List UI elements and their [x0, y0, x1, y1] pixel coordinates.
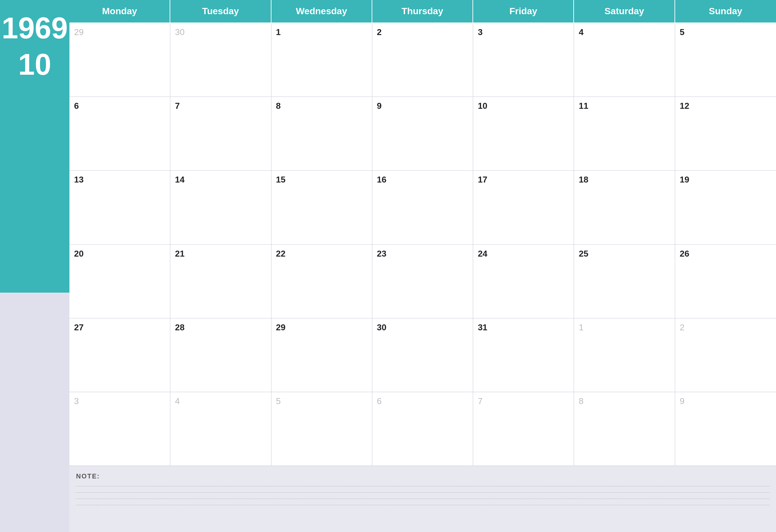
day-cell[interactable]: 27 [69, 318, 170, 392]
day-cell[interactable]: 3 [473, 23, 574, 97]
day-number: 1 [579, 322, 670, 333]
days-grid: 2930123456789101112131415161718192021222… [69, 23, 776, 466]
day-cell[interactable]: 6 [69, 97, 170, 171]
header-day-sunday: Sunday [675, 0, 776, 23]
day-cell[interactable]: 31 [473, 318, 574, 392]
day-cell[interactable]: 6 [372, 392, 473, 466]
header-day-friday: Friday [473, 0, 574, 23]
day-number: 14 [175, 175, 266, 185]
calendar-grid: MondayTuesdayWednesdayThursdayFridaySatu… [69, 0, 776, 466]
day-number: 7 [478, 396, 569, 406]
day-cell[interactable]: 12 [675, 97, 776, 171]
day-number: 8 [276, 101, 367, 111]
day-cell[interactable]: 17 [473, 171, 574, 244]
day-number: 13 [74, 175, 165, 185]
day-number: 30 [175, 27, 266, 37]
day-cell[interactable]: 21 [170, 245, 271, 318]
day-cell[interactable]: 10 [473, 97, 574, 171]
day-cell[interactable]: 15 [271, 171, 372, 244]
note-line-1 [76, 486, 769, 486]
day-number: 24 [478, 249, 569, 259]
note-label: NOTE: [76, 473, 769, 480]
day-cell[interactable]: 11 [574, 97, 675, 171]
day-number: 9 [680, 396, 771, 406]
day-cell[interactable]: 18 [574, 171, 675, 244]
day-cell[interactable]: 30 [170, 23, 271, 97]
day-number: 7 [175, 101, 266, 111]
day-cell[interactable]: 1 [574, 318, 675, 392]
day-cell[interactable]: 29 [69, 23, 170, 97]
day-number: 15 [276, 175, 367, 185]
day-cell[interactable]: 14 [170, 171, 271, 244]
day-number: 31 [478, 322, 569, 333]
day-cell[interactable]: 30 [372, 318, 473, 392]
day-cell[interactable]: 26 [675, 245, 776, 318]
day-number: 12 [680, 101, 771, 111]
calendar-header: MondayTuesdayWednesdayThursdayFridaySatu… [69, 0, 776, 23]
day-number: 29 [74, 27, 165, 37]
day-cell[interactable]: 24 [473, 245, 574, 318]
day-cell[interactable]: 13 [69, 171, 170, 244]
day-number: 4 [175, 396, 266, 406]
day-number: 19 [680, 175, 771, 185]
notes-section: NOTE: [69, 466, 776, 532]
day-cell[interactable]: 23 [372, 245, 473, 318]
day-number: 16 [377, 175, 468, 185]
day-number: 21 [175, 249, 266, 259]
day-cell[interactable]: 9 [675, 392, 776, 466]
day-cell[interactable]: 3 [69, 392, 170, 466]
day-number: 22 [276, 249, 367, 259]
day-cell[interactable]: 1 [271, 23, 372, 97]
day-cell[interactable]: 22 [271, 245, 372, 318]
day-cell[interactable]: 20 [69, 245, 170, 318]
header-day-monday: Monday [69, 0, 170, 23]
day-number: 23 [377, 249, 468, 259]
day-cell[interactable]: 8 [574, 392, 675, 466]
header-day-thursday: Thursday [372, 0, 473, 23]
header-day-saturday: Saturday [574, 0, 675, 23]
day-cell[interactable]: 28 [170, 318, 271, 392]
day-number: 1 [276, 27, 367, 37]
month-num-label: 10 [18, 50, 51, 79]
month-name-label: October [0, 96, 69, 116]
day-cell[interactable]: 5 [675, 23, 776, 97]
day-number: 5 [680, 27, 771, 37]
day-number: 9 [377, 101, 468, 111]
day-number: 11 [579, 101, 670, 111]
day-cell[interactable]: 29 [271, 318, 372, 392]
day-number: 3 [74, 396, 165, 406]
day-cell[interactable]: 8 [271, 97, 372, 171]
calendar-container: 1969 10 October MondayTuesdayWednesdayTh… [0, 0, 776, 532]
day-cell[interactable]: 7 [473, 392, 574, 466]
note-line-4 [76, 505, 769, 505]
day-number: 26 [680, 249, 771, 259]
day-cell[interactable]: 25 [574, 245, 675, 318]
day-cell[interactable]: 19 [675, 171, 776, 244]
day-number: 27 [74, 322, 165, 333]
day-number: 6 [74, 101, 165, 111]
day-cell[interactable]: 2 [372, 23, 473, 97]
day-number: 4 [579, 27, 670, 37]
day-number: 8 [579, 396, 670, 406]
day-cell[interactable]: 9 [372, 97, 473, 171]
day-number: 28 [175, 322, 266, 333]
sidebar: 1969 10 October [0, 0, 69, 532]
day-number: 10 [478, 101, 569, 111]
day-number: 2 [377, 27, 468, 37]
day-cell[interactable]: 5 [271, 392, 372, 466]
main-content: MondayTuesdayWednesdayThursdayFridaySatu… [69, 0, 776, 532]
day-cell[interactable]: 4 [170, 392, 271, 466]
day-number: 29 [276, 322, 367, 333]
header-day-tuesday: Tuesday [170, 0, 271, 23]
day-number: 25 [579, 249, 670, 259]
day-number: 30 [377, 322, 468, 333]
day-cell[interactable]: 7 [170, 97, 271, 171]
day-number: 20 [74, 249, 165, 259]
day-number: 6 [377, 396, 468, 406]
day-cell[interactable]: 16 [372, 171, 473, 244]
day-cell[interactable]: 4 [574, 23, 675, 97]
day-number: 17 [478, 175, 569, 185]
note-line-2 [76, 492, 769, 493]
day-number: 3 [478, 27, 569, 37]
day-cell[interactable]: 2 [675, 318, 776, 392]
